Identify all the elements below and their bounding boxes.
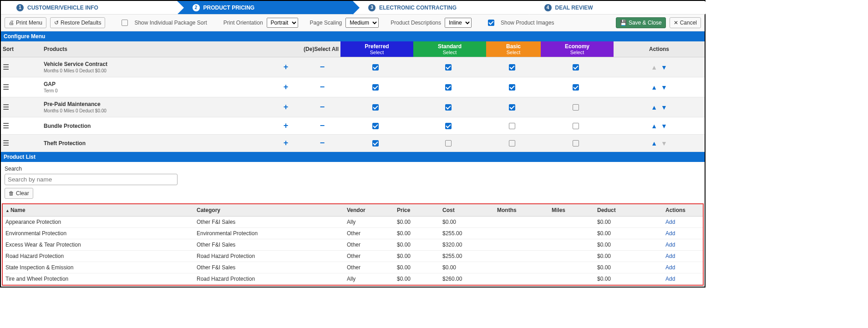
select-all-row[interactable]: + (268, 117, 304, 135)
tier-checkbox[interactable] (445, 104, 452, 111)
add-link[interactable]: Add (663, 273, 703, 285)
product-name: Vehicle Service Contract (44, 61, 107, 67)
move-up-icon[interactable]: ▲ (649, 84, 659, 91)
pl-col-category[interactable]: Category (194, 204, 344, 217)
minus-icon: − (320, 82, 325, 92)
tier-checkbox[interactable] (445, 84, 452, 91)
save-close-button[interactable]: 💾Save & Close (616, 17, 666, 28)
select-all-row[interactable]: + (268, 57, 304, 77)
pl-col-price[interactable]: Price (394, 204, 440, 217)
tier-checkbox[interactable] (509, 123, 515, 129)
tier-checkbox[interactable] (372, 140, 379, 146)
tier-checkbox[interactable] (573, 140, 579, 146)
add-link[interactable]: Add (663, 251, 703, 262)
tier-basic[interactable]: BasicSelect (486, 41, 541, 57)
cell-deduct: $0.00 (594, 228, 663, 239)
step-customer-vehicle[interactable]: 1CUSTOMER/VEHICLE INFO (1, 1, 177, 14)
tier-checkbox[interactable] (372, 64, 379, 71)
deselect-all-row[interactable]: − (304, 77, 340, 97)
show-images-checkbox[interactable] (488, 20, 494, 26)
tier-checkbox[interactable] (445, 64, 452, 71)
move-up-icon[interactable]: ▲ (649, 64, 659, 71)
tier-checkbox[interactable] (445, 140, 452, 146)
cancel-button[interactable]: ✕Cancel (670, 17, 701, 28)
select-all-row[interactable]: + (268, 97, 304, 117)
show-individual-label: Show Individual Package Sort (134, 20, 207, 26)
search-input[interactable] (5, 174, 178, 185)
tier-checkbox[interactable] (573, 104, 579, 111)
drag-handle[interactable]: ☰ (1, 77, 42, 97)
tier-standard[interactable]: StandardSelect (413, 41, 486, 57)
tier-checkbox[interactable] (573, 123, 579, 129)
move-down-icon[interactable]: ▼ (659, 104, 669, 111)
pl-col-cost[interactable]: Cost (440, 204, 494, 217)
move-up-icon[interactable]: ▲ (649, 140, 659, 147)
show-individual-checkbox[interactable] (122, 20, 128, 26)
product-list-table: ▲Name Category Vendor Price Cost Months … (2, 203, 704, 286)
move-up-icon[interactable]: ▲ (649, 104, 659, 111)
add-link[interactable]: Add (663, 239, 703, 251)
add-link[interactable]: Add (663, 262, 703, 273)
restore-defaults-button[interactable]: ↺Restore Defaults (50, 17, 105, 28)
tier-checkbox[interactable] (509, 84, 515, 91)
sort-asc-icon: ▲ (5, 208, 10, 213)
tier-checkbox[interactable] (372, 123, 379, 129)
tier-preferred[interactable]: PreferredSelect (340, 41, 413, 57)
pl-col-months[interactable]: Months (494, 204, 549, 217)
pl-col-deduct[interactable]: Deduct (594, 204, 663, 217)
step-product-pricing[interactable]: 2PRODUCT PRICING (177, 1, 353, 14)
product-name: Theft Protection (44, 140, 86, 146)
pl-col-miles[interactable]: Miles (549, 204, 594, 217)
print-menu-button[interactable]: 🖨Print Menu (5, 17, 46, 28)
add-link[interactable]: Add (663, 228, 703, 239)
tier-checkbox[interactable] (372, 104, 379, 111)
close-icon: ✕ (674, 20, 678, 26)
deselect-all-row[interactable]: − (304, 97, 340, 117)
deselect-all-row[interactable]: − (304, 57, 340, 77)
tier-checkbox[interactable] (509, 104, 515, 111)
move-down-icon[interactable]: ▼ (659, 140, 669, 147)
tier-checkbox[interactable] (509, 64, 515, 71)
drag-icon: ☰ (3, 63, 9, 71)
tier-checkbox[interactable] (509, 140, 515, 146)
tier-checkbox[interactable] (372, 84, 379, 91)
cell-preferred (340, 77, 413, 97)
pl-col-actions: Actions (663, 204, 703, 217)
drag-handle[interactable]: ☰ (1, 57, 42, 77)
step-label: CUSTOMER/VEHICLE INFO (27, 5, 98, 11)
tier-checkbox[interactable] (573, 84, 579, 91)
cell-name: Environmental Protection (3, 228, 194, 239)
pl-col-vendor[interactable]: Vendor (344, 204, 394, 217)
cell-cost: $0.00 (440, 217, 494, 228)
product-desc-select[interactable]: Inline (445, 18, 472, 28)
select-all-row[interactable]: + (268, 77, 304, 97)
col-deselect-all[interactable]: (De)Select All (268, 41, 340, 57)
step-deal-review[interactable]: 4DEAL REVIEW (529, 1, 705, 14)
table-row: Environmental ProtectionEnvironmental Pr… (3, 228, 703, 239)
move-down-icon[interactable]: ▼ (659, 84, 669, 91)
cell-standard (413, 97, 486, 117)
configure-menu-header: Configure Menu (1, 31, 705, 41)
drag-handle[interactable]: ☰ (1, 117, 42, 135)
tier-economy[interactable]: EconomySelect (541, 41, 614, 57)
move-down-icon[interactable]: ▼ (659, 122, 669, 130)
tier-checkbox[interactable] (573, 64, 579, 71)
drag-handle[interactable]: ☰ (1, 97, 42, 117)
cell-category: Road Hazard Protection (194, 251, 344, 262)
drag-handle[interactable]: ☰ (1, 135, 42, 152)
page-scaling-select[interactable]: Medium (345, 18, 379, 28)
step-electronic-contracting[interactable]: 3ELECTRONIC CONTRACTING (353, 1, 529, 14)
move-up-icon[interactable]: ▲ (649, 122, 659, 130)
product-cell: Bundle Protection (42, 117, 268, 135)
add-link[interactable]: Add (663, 217, 703, 228)
deselect-all-row[interactable]: − (304, 117, 340, 135)
pl-col-name[interactable]: ▲Name (3, 204, 194, 217)
deselect-all-row[interactable]: − (304, 135, 340, 152)
clear-button[interactable]: 🗑Clear (5, 188, 33, 199)
tier-checkbox[interactable] (445, 123, 452, 129)
print-orientation-select[interactable]: Portrait (267, 18, 298, 28)
step-label: DEAL REVIEW (555, 5, 593, 11)
search-block: Search 🗑Clear (1, 162, 705, 202)
move-down-icon[interactable]: ▼ (659, 64, 669, 71)
select-all-row[interactable]: + (268, 135, 304, 152)
